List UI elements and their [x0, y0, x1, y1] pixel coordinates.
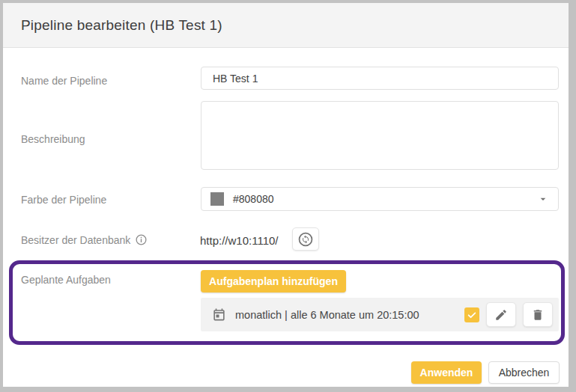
- add-task-schedule-button[interactable]: Aufgabenplan hinzufügen: [201, 270, 346, 293]
- task-enabled-checkbox[interactable]: [464, 307, 479, 322]
- delete-task-button[interactable]: [523, 302, 553, 327]
- task-schedule-text: monatlich | alle 6 Monate um 20:15:00: [235, 309, 464, 321]
- pencil-icon: [494, 308, 508, 322]
- pipeline-edit-dialog: Pipeline bearbeiten (HB Test 1) Name der…: [0, 0, 576, 392]
- dialog-header: Pipeline bearbeiten (HB Test 1): [3, 3, 569, 48]
- trash-icon: [531, 308, 545, 322]
- owner-label: Besitzer der Datenbank: [21, 233, 148, 246]
- scheduled-tasks-label: Geplante Aufgaben: [21, 274, 111, 286]
- pipeline-name-input[interactable]: [201, 67, 559, 90]
- apply-button[interactable]: Anwenden: [411, 361, 482, 384]
- owner-url-value: http://w10:1110/: [200, 230, 279, 250]
- color-swatch: [210, 192, 224, 206]
- dialog-title: Pipeline bearbeiten (HB Test 1): [21, 17, 222, 34]
- description-textarea[interactable]: [201, 101, 559, 170]
- color-label: Farbe der Pipeline: [21, 194, 106, 206]
- info-icon[interactable]: [135, 233, 148, 246]
- task-row: monatlich | alle 6 Monate um 20:15:00: [201, 298, 559, 331]
- calendar-icon: [212, 307, 226, 322]
- description-label: Beschreibung: [21, 133, 85, 145]
- check-icon: [467, 310, 477, 320]
- owner-label-text: Besitzer der Datenbank: [21, 234, 130, 246]
- name-label: Name der Pipeline: [21, 75, 107, 87]
- color-value: #808080: [233, 193, 537, 205]
- cancel-button[interactable]: Abbrechen: [488, 361, 560, 384]
- edit-task-button[interactable]: [486, 302, 516, 327]
- sync-icon: [297, 231, 314, 248]
- chevron-down-icon: [537, 193, 549, 205]
- color-select[interactable]: #808080: [201, 187, 559, 211]
- refresh-owner-button[interactable]: [292, 227, 319, 251]
